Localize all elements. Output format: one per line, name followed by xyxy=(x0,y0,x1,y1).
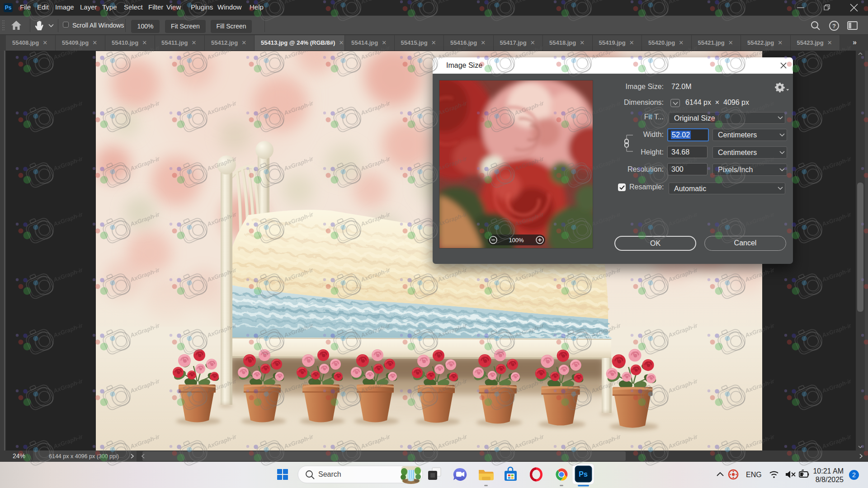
svg-text:2: 2 xyxy=(852,471,856,479)
svg-text:Search: Search xyxy=(318,470,341,478)
svg-text:?: ? xyxy=(832,23,836,29)
svg-text:100%: 100% xyxy=(509,237,524,244)
svg-text:8/8/2025: 8/8/2025 xyxy=(816,476,844,483)
svg-text:ENG: ENG xyxy=(746,471,762,479)
svg-text:Ps: Ps xyxy=(579,470,588,478)
svg-text:10:21 AM: 10:21 AM xyxy=(813,467,844,475)
